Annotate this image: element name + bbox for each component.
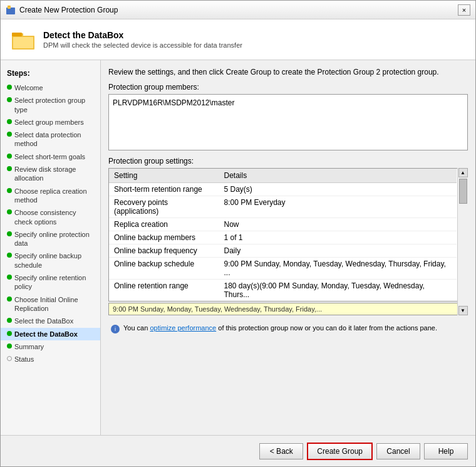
main-content: Steps: Welcome Select protection group t… — [1, 60, 475, 435]
setting-cell: Online retention range — [109, 280, 219, 302]
sidebar-item-status[interactable]: Status — [1, 353, 100, 365]
sidebar-item-label-summary: Summary — [14, 342, 44, 351]
settings-scrollbar[interactable]: ▲ ▼ — [457, 168, 468, 302]
footer: < Back Create Group Cancel Help — [1, 435, 475, 466]
sidebar-item-label-select-databox: Select the DataBox — [14, 317, 73, 325]
svg-rect-2 — [8, 6, 11, 9]
content-instruction: Review the settings, and then click Crea… — [108, 68, 468, 76]
dot-select-databox — [7, 318, 12, 323]
dot-online-retention — [7, 275, 12, 280]
settings-row: Short-term retention range5 Day(s) — [109, 183, 457, 196]
help-button[interactable]: Help — [424, 443, 468, 459]
details-cell: Daily — [219, 244, 457, 258]
col-setting: Setting — [109, 169, 219, 183]
sidebar-item-disk-storage[interactable]: Review disk storage allocation — [1, 163, 100, 185]
sidebar-item-label-select-type: Select protection group type — [14, 96, 94, 114]
scroll-up-arrow[interactable]: ▲ — [458, 168, 468, 177]
sidebar-item-online-retention[interactable]: Specify online retention policy — [1, 271, 100, 293]
header-title: Detect the DataBox — [43, 30, 242, 40]
cancel-button[interactable]: Cancel — [376, 443, 420, 459]
sidebar-item-consistency[interactable]: Choose consistency check options — [1, 206, 100, 228]
info-text: You can optimize performance of this pro… — [123, 324, 437, 332]
header-icon — [11, 27, 36, 52]
sidebar-item-welcome[interactable]: Welcome — [1, 81, 100, 94]
dot-select-members — [7, 119, 12, 124]
window-icon — [6, 5, 16, 15]
sidebar-item-label-disk-storage: Review disk storage allocation — [14, 165, 94, 183]
dot-data-protection — [7, 132, 12, 137]
details-cell: 1 of 1 — [219, 231, 457, 244]
settings-row: Online backup members1 of 1 — [109, 231, 457, 244]
header-section: Detect the DataBox DPM will check the se… — [1, 19, 475, 60]
setting-cell: Online backup frequency — [109, 244, 219, 258]
sidebar-item-initial-online[interactable]: Choose Initial Online Replication — [1, 293, 100, 315]
optimize-performance-link[interactable]: optimize performance — [150, 324, 216, 332]
members-box: PLRVDPM16R\MSDPM2012\master — [108, 94, 468, 150]
dot-online-data — [7, 231, 12, 236]
sidebar-item-label-online-retention: Specify online retention policy — [14, 273, 94, 291]
window-title: Create New Protection Group — [19, 6, 118, 14]
dot-detect-databox — [7, 331, 12, 336]
back-button[interactable]: < Back — [259, 443, 303, 459]
settings-row: Replica creationNow — [109, 218, 457, 231]
settings-row: Recovery points (applications)8:00 PM Ev… — [109, 196, 457, 218]
info-before: You can — [123, 324, 150, 332]
create-group-button[interactable]: Create Group — [307, 443, 373, 460]
sidebar-item-detect-databox[interactable]: Detect the DataBox — [1, 328, 100, 340]
tooltip-row: 9:00 PM Sunday, Monday, Tuesday, Wednesd… — [108, 303, 468, 315]
sidebar-item-short-term[interactable]: Select short-term goals — [1, 150, 100, 163]
dot-online-schedule — [7, 253, 12, 258]
settings-header-row: Setting Details — [109, 169, 457, 183]
sidebar-item-label-initial-online: Choose Initial Online Replication — [14, 295, 94, 313]
title-bar-left: Create New Protection Group — [6, 5, 118, 15]
setting-cell: Online backup schedule — [109, 258, 219, 280]
dot-disk-storage — [7, 166, 12, 171]
info-row: i You can optimize performance of this p… — [108, 319, 468, 338]
dot-summary — [7, 344, 12, 349]
members-label: Protection group members: — [108, 83, 468, 92]
sidebar-item-label-consistency: Choose consistency check options — [14, 208, 94, 226]
tooltip-text: 9:00 PM Sunday, Monday, Tuesday, Wednesd… — [113, 305, 322, 313]
sidebar-item-replica[interactable]: Choose replica creation method — [1, 185, 100, 207]
sidebar-item-online-data[interactable]: Specify online protection data — [1, 228, 100, 250]
details-cell: Now — [219, 218, 457, 231]
dot-welcome — [7, 85, 12, 90]
details-cell: 8:00 PM Everyday — [219, 196, 457, 218]
setting-cell: Online backup members — [109, 231, 219, 244]
info-icon: i — [111, 325, 120, 333]
sidebar-item-data-protection[interactable]: Select data protection method — [1, 129, 100, 150]
sidebar-item-label-short-term: Select short-term goals — [14, 152, 85, 161]
title-bar: Create New Protection Group × — [1, 1, 475, 19]
dot-replica — [7, 188, 12, 193]
main-window: Create New Protection Group × Detect the… — [0, 0, 476, 467]
dot-short-term — [7, 154, 12, 159]
col-details: Details — [219, 169, 457, 183]
sidebar-item-label-replica: Choose replica creation method — [14, 187, 94, 205]
settings-label: Protection group settings: — [108, 157, 468, 165]
scroll-thumb[interactable] — [459, 179, 467, 204]
details-cell: 180 day(s)(9:00 PM Sunday, Monday, Tuesd… — [219, 280, 457, 302]
sidebar-label: Steps: — [1, 66, 100, 81]
svg-rect-5 — [12, 33, 22, 36]
sidebar-item-select-members[interactable]: Select group members — [1, 116, 100, 129]
sidebar: Steps: Welcome Select protection group t… — [1, 60, 101, 435]
sidebar-item-label-detect-databox: Detect the DataBox — [14, 330, 78, 338]
content-area: Review the settings, and then click Crea… — [101, 60, 475, 435]
sidebar-item-summary[interactable]: Summary — [1, 340, 100, 353]
dot-initial-online — [7, 296, 12, 302]
setting-cell: Short-term retention range — [109, 183, 219, 196]
svg-rect-6 — [13, 37, 33, 48]
close-button[interactable]: × — [458, 4, 470, 16]
settings-row: Online backup schedule9:00 PM Sunday, Mo… — [109, 258, 457, 280]
dot-consistency — [7, 209, 12, 214]
header-subtitle: DPM will check the selected device is ac… — [43, 41, 242, 49]
dot-select-type — [7, 97, 12, 102]
header-text: Detect the DataBox DPM will check the se… — [43, 30, 242, 49]
settings-table: Setting Details Short-term retention ran… — [109, 169, 457, 301]
settings-row: Online retention range180 day(s)(9:00 PM… — [109, 280, 457, 302]
sidebar-item-select-type[interactable]: Select protection group type — [1, 94, 100, 116]
sidebar-item-online-schedule[interactable]: Specify online backup schedule — [1, 249, 100, 271]
settings-wrapper: Setting Details Short-term retention ran… — [108, 168, 468, 315]
dot-status — [7, 356, 12, 361]
sidebar-item-select-databox[interactable]: Select the DataBox — [1, 315, 100, 327]
